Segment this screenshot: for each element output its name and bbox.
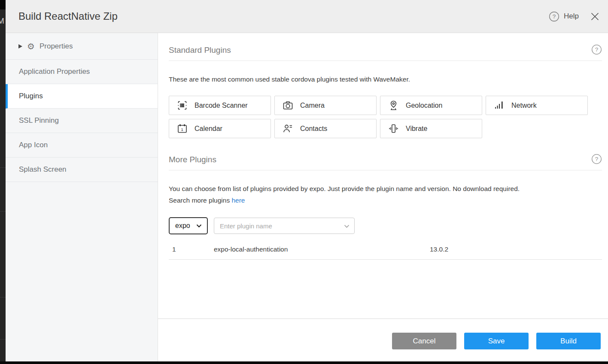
cancel-button[interactable]: Cancel — [392, 333, 456, 349]
network-icon — [493, 100, 505, 111]
plugin-card-network[interactable]: Network — [486, 96, 588, 115]
standard-plugins-description: These are the most common used stable co… — [169, 73, 602, 85]
plugin-card-label: Contacts — [300, 125, 327, 133]
sidebar-item-application-properties[interactable]: Application Properties — [6, 60, 158, 84]
plugin-name-input[interactable] — [214, 218, 355, 234]
sidebar-item-label: Splash Screen — [19, 165, 67, 174]
background-divider — [0, 339, 6, 340]
section-help-icon[interactable]: ? — [591, 154, 602, 164]
standard-plugins-header: Standard Plugins ? — [169, 33, 602, 61]
save-button[interactable]: Save — [464, 333, 529, 349]
svg-text:?: ? — [595, 156, 599, 162]
chevron-down-icon[interactable] — [344, 224, 350, 228]
background-divider — [0, 167, 6, 168]
background-app-strip: M — [0, 0, 6, 364]
selected-plugins-table: 1 expo-local-authentication 13.0.2 — [169, 240, 602, 260]
plugin-card-contacts[interactable]: Contacts — [274, 119, 377, 138]
plugin-card-calendar[interactable]: 1 Calendar — [169, 119, 271, 138]
svg-text:?: ? — [595, 46, 599, 53]
close-icon — [591, 12, 599, 21]
build-button[interactable]: Build — [536, 333, 601, 349]
provider-select[interactable]: expo — [169, 217, 208, 234]
dialog-footer: Cancel Save Build — [158, 318, 608, 361]
search-plugins-link[interactable]: here — [231, 197, 245, 204]
provider-select-value: expo — [175, 222, 190, 230]
more-plugins-description-line1: You can choose from list of plugins prov… — [169, 183, 602, 194]
sidebar-group-label: Properties — [40, 42, 73, 51]
chevron-down-icon — [196, 224, 202, 228]
background-app-text-fragment: M — [0, 16, 4, 26]
dialog-sidebar: ⚙ Properties Application Properties Plug… — [6, 33, 158, 361]
sidebar-item-label: Plugins — [19, 92, 43, 100]
plugin-search-controls: expo — [169, 217, 602, 234]
plugin-row-version: 13.0.2 — [430, 246, 602, 253]
svg-text:1: 1 — [181, 127, 183, 132]
background-divider — [0, 297, 6, 297]
plugin-row-index: 1 — [169, 246, 214, 253]
barcode-icon — [176, 100, 188, 111]
sidebar-item-app-icon[interactable]: App Icon — [6, 133, 158, 158]
plugin-card-label: Barcode Scanner — [195, 102, 248, 109]
plugin-card-label: Camera — [300, 102, 325, 109]
sidebar-item-label: Application Properties — [19, 67, 90, 76]
plugin-card-label: Vibrate — [406, 125, 427, 133]
help-label: Help — [564, 12, 579, 21]
help-icon: ? — [549, 11, 559, 22]
plugin-card-label: Geolocation — [406, 102, 442, 109]
sidebar-item-label: SSL Pinning — [19, 116, 59, 125]
dialog-header: Build ReactNative Zip ? Help — [6, 0, 608, 33]
background-app-bottom-edge — [0, 361, 608, 364]
camera-icon — [282, 100, 294, 111]
plugins-panel: Standard Plugins ? These are the most co… — [158, 33, 608, 318]
svg-text:?: ? — [553, 13, 556, 20]
caret-right-icon — [18, 44, 22, 49]
sidebar-item-label: App Icon — [19, 141, 48, 149]
plugin-card-camera[interactable]: Camera — [274, 96, 377, 115]
contacts-icon — [282, 123, 294, 134]
plugin-card-geolocation[interactable]: Geolocation — [380, 96, 482, 115]
sidebar-item-splash-screen[interactable]: Splash Screen — [6, 158, 158, 182]
plugin-row-name: expo-local-authentication — [214, 246, 430, 253]
geolocation-icon — [388, 100, 399, 111]
plugin-name-combobox — [214, 218, 355, 234]
background-divider — [0, 211, 6, 212]
dialog-title: Build ReactNative Zip — [18, 10, 118, 22]
background-app-topbar — [0, 0, 6, 9]
more-plugins-header: More Plugins ? — [169, 142, 602, 170]
plugin-card-label: Calendar — [195, 125, 222, 133]
sidebar-group-properties[interactable]: ⚙ Properties — [6, 33, 158, 60]
build-reactnative-zip-dialog: Build ReactNative Zip ? Help ⚙ Propertie… — [6, 0, 608, 361]
standard-plugins-grid: Barcode Scanner Camera — [169, 96, 602, 138]
more-plugins-description: You can choose from list of plugins prov… — [169, 183, 602, 206]
plugin-card-barcode-scanner[interactable]: Barcode Scanner — [169, 96, 271, 115]
plugin-card-vibrate[interactable]: Vibrate — [380, 119, 482, 138]
table-row[interactable]: 1 expo-local-authentication 13.0.2 — [169, 240, 602, 260]
help-button[interactable]: ? Help — [549, 11, 579, 22]
gear-icon: ⚙ — [27, 42, 35, 51]
sidebar-item-ssl-pinning[interactable]: SSL Pinning — [6, 109, 158, 133]
section-help-icon[interactable]: ? — [591, 44, 602, 55]
sidebar-item-plugins[interactable]: Plugins — [6, 84, 158, 109]
vibrate-icon — [388, 123, 399, 134]
more-plugins-title: More Plugins — [169, 155, 216, 164]
plugin-card-label: Network — [511, 102, 537, 109]
standard-plugins-title: Standard Plugins — [169, 46, 231, 55]
more-plugins-description-line2: Search more plugins here — [169, 194, 602, 206]
calendar-icon: 1 — [176, 123, 188, 134]
close-button[interactable] — [589, 11, 600, 22]
